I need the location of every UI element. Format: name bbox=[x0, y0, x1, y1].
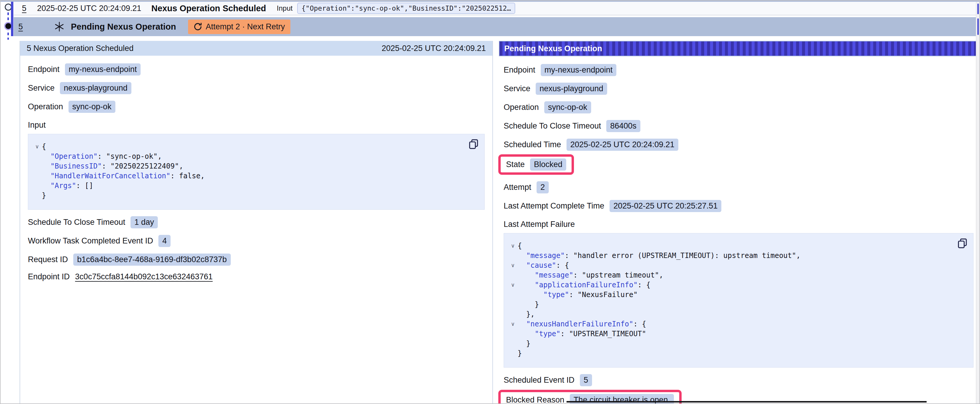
field-label: Attempt bbox=[504, 183, 531, 192]
panel-header-title: Pending Nexus Operation bbox=[504, 44, 602, 53]
code-text: "applicationFailureInfo": { bbox=[518, 280, 651, 290]
field-label: Blocked Reason bbox=[506, 395, 565, 404]
code-line: "Args": [] bbox=[32, 181, 477, 191]
event-row-scheduled[interactable]: 5 2025-02-25 UTC 20:24:09.21 Nexus Opera… bbox=[14, 2, 978, 16]
code-text: "message": "handler error (UPSTREAM_TIME… bbox=[518, 251, 800, 261]
event-history-screen: 5 2025-02-25 UTC 20:24:09.21 Nexus Opera… bbox=[0, 0, 980, 404]
field-service: Service nexus-playground bbox=[28, 82, 485, 94]
field-value-chip: nexus-playground bbox=[60, 82, 131, 94]
field-value-chip: 2025-02-25 UTC 20:24:09.21 bbox=[566, 139, 678, 151]
endpoint-id-link[interactable]: 3c0c75ccfa8144b092c13ce632463761 bbox=[75, 272, 213, 281]
code-line: } bbox=[32, 191, 477, 201]
field-label: Endpoint bbox=[28, 65, 60, 74]
code-gutter bbox=[508, 349, 518, 358]
failure-section-label: Last Attempt Failure bbox=[504, 220, 974, 229]
collapse-chevron-icon[interactable]: ∨ bbox=[32, 142, 42, 152]
field-value-chip: sync-op-ok bbox=[544, 101, 591, 113]
field-value-chip: 4 bbox=[158, 235, 170, 247]
copy-icon[interactable] bbox=[958, 238, 968, 249]
code-gutter bbox=[508, 271, 518, 280]
code-gutter bbox=[508, 309, 518, 319]
code-text: { bbox=[518, 241, 522, 251]
code-text: }, bbox=[518, 309, 535, 319]
scrollbar-thumb[interactable] bbox=[977, 18, 979, 35]
code-text: } bbox=[518, 300, 539, 309]
retry-status-badge: Attempt 2 · Next Retry bbox=[188, 19, 290, 34]
field-value-chip: Blocked bbox=[530, 158, 566, 171]
code-text: "type": "NexusFailure" bbox=[518, 290, 638, 300]
field-label: Endpoint bbox=[504, 65, 535, 74]
field-value-chip: 1 day bbox=[130, 216, 158, 228]
event-title: Nexus Operation Scheduled bbox=[151, 3, 266, 13]
code-line: "HandlerWaitForCancellation": false, bbox=[32, 171, 477, 181]
event-id-link[interactable]: 5 bbox=[18, 22, 23, 32]
event-row-pending-selected[interactable]: 5 Pending Nexus Operation Attempt 2 · Ne… bbox=[14, 17, 978, 36]
code-text: "BusinessID": "20250225122409", bbox=[42, 162, 183, 171]
input-json-viewer: ∨{ "Operation": "sync-op-ok", "BusinessI… bbox=[28, 134, 485, 210]
field-scheduled-event-id: Scheduled Event ID 5 bbox=[504, 374, 974, 386]
code-gutter bbox=[32, 171, 42, 181]
field-label: State bbox=[506, 160, 525, 169]
code-gutter bbox=[508, 251, 518, 261]
collapse-chevron-icon[interactable]: ∨ bbox=[508, 241, 518, 251]
retry-icon bbox=[193, 22, 202, 31]
field-value-chip: sync-op-ok bbox=[68, 101, 115, 113]
code-gutter bbox=[32, 191, 42, 201]
field-label: Schedule To Close Timeout bbox=[28, 218, 125, 227]
code-line: }, bbox=[508, 309, 966, 319]
code-text: } bbox=[518, 339, 530, 349]
panel-header-time: 2025-02-25 UTC 20:24:09.21 bbox=[382, 44, 486, 53]
code-text: "nexusHandlerFailureInfo": { bbox=[518, 319, 646, 329]
code-gutter bbox=[32, 181, 42, 191]
scrollbar-thumb[interactable] bbox=[977, 3, 979, 14]
code-text: { bbox=[42, 142, 46, 152]
input-section-label: Input bbox=[28, 120, 485, 130]
field-endpoint: Endpoint my-nexus-endpoint bbox=[504, 64, 974, 76]
code-line: "type": "NexusFailure" bbox=[508, 290, 966, 300]
code-line: ∨{ bbox=[32, 142, 477, 152]
field-label: Service bbox=[28, 84, 54, 93]
field-value-chip: nexus-playground bbox=[536, 82, 607, 95]
code-gutter bbox=[32, 152, 42, 162]
annotation-highlight-state: State Blocked bbox=[498, 154, 574, 175]
event-time: 2025-02-25 UTC 20:24:09.21 bbox=[37, 4, 141, 13]
code-line: "type": "UPSTREAM_TIMEOUT" bbox=[508, 329, 966, 339]
collapse-chevron-icon[interactable]: ∨ bbox=[508, 319, 518, 329]
copy-icon[interactable] bbox=[469, 139, 479, 150]
input-preview-chip: {"Operation":"sync-op-ok","BusinessID":"… bbox=[297, 3, 515, 14]
pending-asterisk-icon bbox=[54, 22, 64, 32]
field-schedule-to-close: Schedule To Close Timeout 86400s bbox=[504, 120, 974, 132]
field-label: Workflow Task Completed Event ID bbox=[28, 236, 153, 246]
code-text: } bbox=[518, 349, 522, 358]
code-line: } bbox=[508, 300, 966, 309]
code-text: "HandlerWaitForCancellation": false, bbox=[42, 171, 205, 181]
window-bottom-edge bbox=[566, 401, 927, 402]
code-gutter bbox=[508, 290, 518, 300]
field-label: Scheduled Event ID bbox=[504, 375, 574, 385]
code-gutter bbox=[508, 300, 518, 309]
field-label: Scheduled Time bbox=[504, 140, 561, 149]
field-value-chip: my-nexus-endpoint bbox=[541, 64, 617, 76]
collapse-chevron-icon[interactable]: ∨ bbox=[508, 280, 518, 290]
field-endpoint: Endpoint my-nexus-endpoint bbox=[28, 63, 485, 76]
event-title: Pending Nexus Operation bbox=[71, 22, 176, 32]
field-label: Last Attempt Complete Time bbox=[504, 201, 604, 211]
panel-header-title: 5 Nexus Operation Scheduled bbox=[27, 44, 134, 53]
code-text: "message": "upstream timeout", bbox=[518, 271, 663, 280]
field-value-chip: 2025-02-25 UTC 20:25:27.51 bbox=[609, 200, 721, 212]
field-request-id: Request ID b1c6a4bc-8ee7-468a-9169-df3b0… bbox=[28, 253, 485, 266]
failure-json-viewer: ∨{ "message": "handler error (UPSTREAM_T… bbox=[504, 233, 974, 368]
field-label: Operation bbox=[28, 102, 63, 111]
code-line: ∨ "cause": { bbox=[508, 261, 966, 271]
field-workflow-task-completed-event-id: Workflow Task Completed Event ID 4 bbox=[28, 235, 485, 247]
field-label: Endpoint ID bbox=[28, 272, 70, 281]
code-text: "Operation": "sync-op-ok", bbox=[42, 152, 162, 162]
event-id-link[interactable]: 5 bbox=[22, 4, 26, 13]
event-detail-panel-scheduled: 5 Nexus Operation Scheduled 2025-02-25 U… bbox=[19, 41, 493, 404]
collapse-chevron-icon[interactable]: ∨ bbox=[508, 261, 518, 271]
code-text: "type": "UPSTREAM_TIMEOUT" bbox=[518, 329, 646, 339]
field-service: Service nexus-playground bbox=[504, 82, 974, 95]
scrollbar-track[interactable] bbox=[976, 2, 979, 403]
code-line: ∨{ bbox=[508, 241, 966, 251]
code-gutter bbox=[32, 162, 42, 171]
